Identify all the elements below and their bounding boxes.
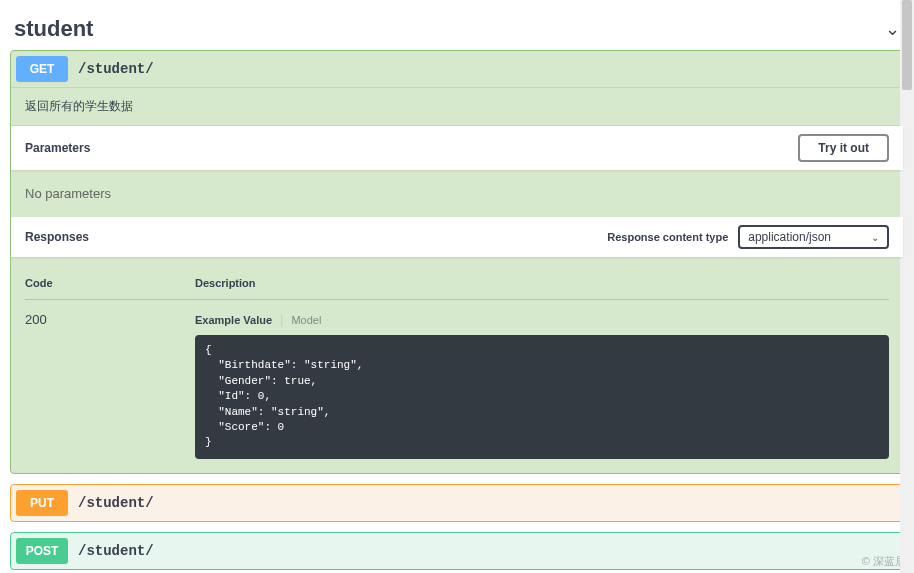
example-value-code[interactable]: { "Birthdate": "string", "Gender": true,… <box>195 335 889 459</box>
response-code: 200 <box>25 312 195 459</box>
endpoint-summary[interactable]: GET /student/ <box>11 51 903 87</box>
response-row: 200 Example Value | Model { "Birthdate":… <box>25 300 889 459</box>
method-badge-post: POST <box>16 538 68 564</box>
section-toggle[interactable]: student ⌄ <box>10 8 904 50</box>
section-title: student <box>14 16 93 42</box>
endpoint-path: /student/ <box>78 61 154 77</box>
responses-label: Responses <box>25 230 89 244</box>
responses-table-header: Code Description <box>25 271 889 300</box>
endpoint-put-student: PUT /student/ <box>10 484 904 522</box>
endpoint-get-student: GET /student/ 返回所有的学生数据 Parameters Try i… <box>10 50 904 474</box>
scrollbar-thumb[interactable] <box>902 0 912 90</box>
try-it-out-button[interactable]: Try it out <box>798 134 889 162</box>
tab-separator: | <box>280 312 283 327</box>
scrollbar[interactable] <box>900 0 914 573</box>
method-badge-put: PUT <box>16 490 68 516</box>
chevron-down-icon: ⌄ <box>885 18 900 40</box>
endpoint-path: /student/ <box>78 495 154 511</box>
description-column-header: Description <box>195 277 256 289</box>
endpoint-description: 返回所有的学生数据 <box>11 88 903 126</box>
tab-example-value[interactable]: Example Value <box>195 314 272 326</box>
no-parameters-text: No parameters <box>11 170 903 217</box>
content-type-label: Response content type <box>607 231 728 243</box>
content-type-value: application/json <box>748 230 831 244</box>
endpoint-post-student: POST /student/ <box>10 532 904 570</box>
chevron-down-icon: ⌄ <box>871 232 879 243</box>
content-type-select[interactable]: application/json ⌄ <box>738 225 889 249</box>
endpoint-path: /student/ <box>78 543 154 559</box>
parameters-label: Parameters <box>25 141 90 155</box>
responses-header: Responses Response content type applicat… <box>11 217 903 257</box>
parameters-header: Parameters Try it out <box>11 126 903 170</box>
endpoint-summary[interactable]: POST /student/ <box>11 533 903 569</box>
endpoint-summary[interactable]: PUT /student/ <box>11 485 903 521</box>
method-badge-get: GET <box>16 56 68 82</box>
code-column-header: Code <box>25 277 195 289</box>
tab-model[interactable]: Model <box>291 314 321 326</box>
